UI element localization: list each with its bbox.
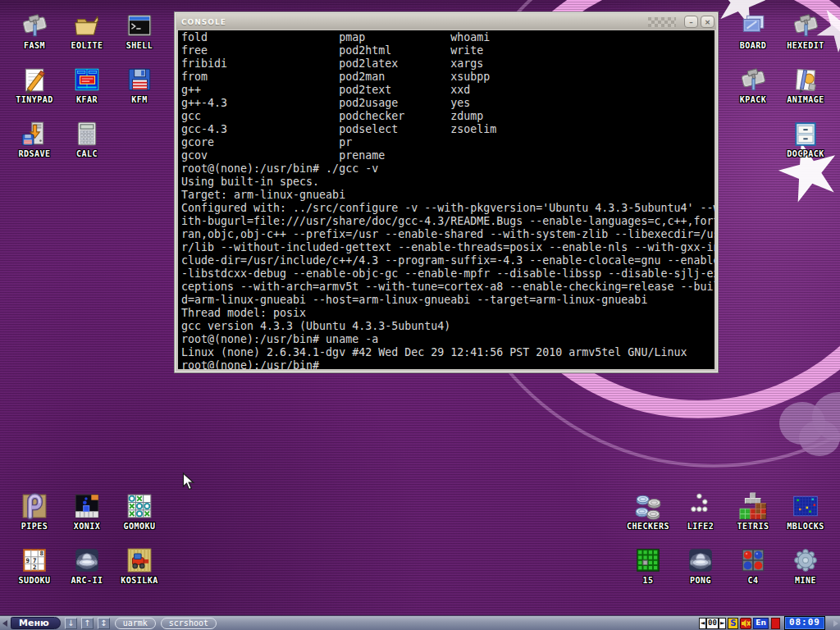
task-button-uarmk[interactable]: uarmk	[115, 618, 156, 629]
desktop-icon-xonix[interactable]: XONIX	[61, 487, 113, 541]
ufo-icon	[687, 546, 714, 574]
floppy-icon	[126, 66, 153, 94]
desktop-icon-pipes[interactable]: PIPES	[8, 487, 61, 541]
folder-icon	[73, 11, 101, 39]
window-arrange-button[interactable]: ↕	[98, 618, 110, 629]
desktop-icon-kosilka[interactable]: KOSILKA	[113, 541, 166, 596]
desktop-icon-shell[interactable]: SHELL	[113, 7, 166, 61]
desktop-icon-checkers[interactable]: CHECKERS	[622, 487, 674, 541]
desktop-icon-life2[interactable]: LIFE2	[674, 487, 727, 541]
window-down-button[interactable]: ↓	[65, 618, 77, 629]
calculator-icon	[73, 120, 101, 148]
desktop-icon-kpack[interactable]: KPACK	[727, 61, 779, 115]
desktop: FASMEOLITESHELLTINYPADKFARKFMRDSAVECALC …	[0, 0, 840, 630]
desktop-icon-rdsave[interactable]: RDSAVE	[8, 115, 61, 169]
clock[interactable]: 08:09	[784, 616, 825, 630]
desktop-icon-label: DOCPACK	[787, 149, 824, 158]
console-line: root@(none):/usr/bin# _	[181, 359, 714, 369]
desktop-icon-label: RDSAVE	[18, 149, 50, 158]
window-title: CONSOLE	[181, 18, 226, 26]
desktop-icon-eolite[interactable]: EOLITE	[61, 7, 113, 61]
cpu-usage-value[interactable]: 00	[706, 618, 719, 629]
animage-icon	[792, 66, 819, 94]
checkers-icon	[634, 492, 662, 520]
wallpaper-cloud-blob	[763, 386, 840, 468]
desktop-icon-hexedit[interactable]: HEXEDIT	[779, 7, 832, 61]
desktop-icon-animage[interactable]: ANIMAGE	[779, 61, 832, 115]
task-buttons: uarmkscrshoot	[110, 618, 217, 629]
fifteen-icon	[634, 546, 662, 574]
cpu-next-button[interactable]: ►	[719, 618, 726, 629]
desktop-icon-arc-ii[interactable]: ARC-II	[61, 541, 113, 596]
console-line: Linux (none) 2.6.34.1-dgv #42 Wed Dec 29…	[181, 346, 714, 359]
desktop-icon-calc[interactable]: CALC	[61, 115, 113, 169]
svg-text:9: 9	[25, 557, 29, 564]
hammer-icon	[792, 11, 819, 39]
menu-button[interactable]: Меню	[11, 617, 61, 629]
close-button[interactable]: ×	[701, 16, 714, 28]
icon-group-top-left: FASMEOLITESHELLTINYPADKFARKFMRDSAVECALC	[8, 7, 166, 169]
speed-indicator[interactable]: S	[728, 618, 738, 629]
cpu-prev-button[interactable]: ◄	[699, 618, 706, 629]
console-line: Configured with: ../src/configure -v --w…	[181, 202, 714, 215]
desktop-icon-board[interactable]: BOARD	[727, 7, 779, 61]
desktop-icon-label: PIPES	[21, 522, 48, 531]
desktop-icon-label: KFAR	[76, 95, 98, 104]
console-line: gcc version 4.3.3 (Ubuntu 4.3.3-5ubuntu4…	[181, 320, 714, 333]
task-button-scrshoot[interactable]: scrshoot	[161, 618, 217, 629]
desktop-icon-fasm[interactable]: FASM	[8, 7, 61, 61]
tetris-icon	[739, 492, 767, 520]
desktop-icon-label: SUDOKU	[18, 576, 50, 585]
life-icon	[687, 492, 714, 520]
xonix-icon	[73, 492, 101, 520]
desktop-icon-label: KOSILKA	[121, 576, 158, 585]
desktop-icon-label: C4	[747, 576, 758, 585]
title-grip-pattern	[648, 17, 676, 27]
desktop-icon-pong[interactable]: PONG	[674, 541, 727, 596]
svg-text:2: 2	[33, 564, 36, 571]
console-output[interactable]: fold pmap whoamifree pod2html writefribi…	[178, 30, 714, 369]
pipes-icon	[21, 492, 48, 520]
desktop-icon-tinypad[interactable]: TINYPAD	[8, 61, 61, 115]
c4-icon	[739, 546, 767, 574]
desktop-icon-tetris[interactable]: TETRIS	[727, 487, 779, 541]
desktop-icon-mine[interactable]: MINE	[779, 541, 832, 596]
minimize-button[interactable]: –	[684, 16, 698, 28]
desktop-icon-label: TINYPAD	[16, 95, 53, 104]
sudoku-icon: 8972	[21, 546, 48, 574]
terminal-icon	[126, 11, 153, 39]
taskbar: Меню ↓↑↕ uarmkscrshoot ◄00►SEn08:09	[0, 615, 840, 630]
window-up-button[interactable]: ↑	[81, 618, 94, 629]
desktop-icon-sudoku[interactable]: 8972SUDOKU	[8, 541, 61, 596]
hammer-icon	[739, 66, 767, 94]
desktop-icon-label: LIFE2	[687, 522, 714, 531]
desktop-icon-docpack[interactable]: DOCPACK	[779, 115, 832, 169]
console-line: from pod2man xsubpp	[181, 71, 714, 84]
console-title-bar[interactable]: CONSOLE – ×	[176, 14, 716, 30]
desktop-icon-label: GOMOKU	[123, 522, 155, 531]
mower-icon	[126, 546, 153, 574]
desktop-icon-label: KFM	[131, 95, 148, 104]
desktop-icon-label: BOARD	[740, 41, 767, 50]
desktop-icon-label: CALC	[76, 149, 98, 158]
console-line: fold pmap whoami	[181, 31, 714, 44]
desktop-icon-mblocks[interactable]: MBLOCKS	[779, 487, 832, 541]
desktop-icon-label: CHECKERS	[627, 522, 669, 531]
taskbar-collapse-arrow-icon[interactable]	[2, 620, 7, 627]
desktop-icon-label: HEXEDIT	[787, 41, 824, 50]
kfar-icon	[73, 66, 101, 94]
desktop-icon-c4[interactable]: C4	[727, 541, 779, 596]
desktop-icon-15[interactable]: 15	[622, 541, 674, 596]
console-line: Using built-in specs.	[181, 176, 714, 189]
desktop-icon-gomoku[interactable]: GOMOKU	[113, 487, 166, 541]
language-indicator[interactable]: En	[753, 618, 769, 629]
tray-expand-arrow-icon[interactable]	[833, 620, 838, 627]
status-block-icon[interactable]	[771, 618, 780, 629]
desktop-icon-kfar[interactable]: KFAR	[61, 61, 113, 115]
notepad-icon	[21, 66, 48, 94]
desktop-icon-kfm[interactable]: KFM	[113, 61, 166, 115]
system-tray: ◄00►SEn08:09	[699, 616, 830, 630]
desktop-icon-label: 15	[642, 576, 653, 585]
mine-icon	[792, 546, 819, 574]
volume-muted-icon[interactable]	[740, 618, 751, 629]
